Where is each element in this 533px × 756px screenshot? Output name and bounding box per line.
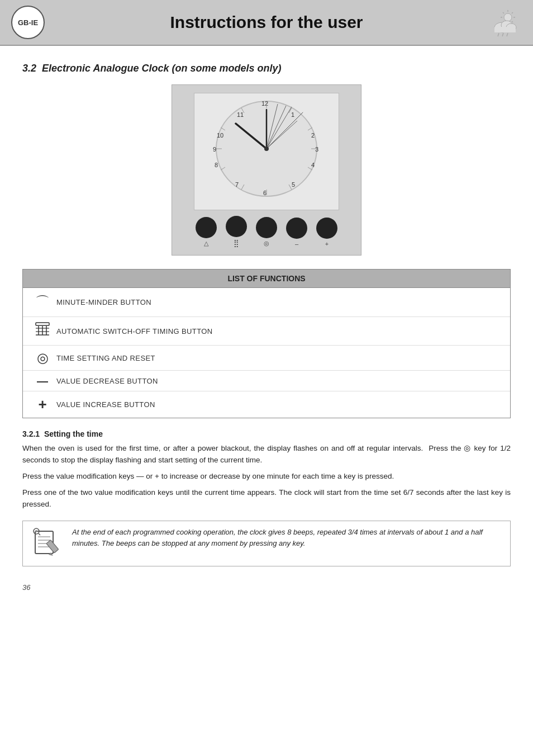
svg-point-0 <box>504 13 512 21</box>
time-setting-icon: ◎ <box>28 350 56 366</box>
btn2-label: ⣿ <box>234 239 239 247</box>
btn5-label: + <box>325 240 329 247</box>
clock-image-area: 12 1 2 3 4 5 6 7 8 9 10 11 <box>22 84 511 256</box>
function-row-4: — VALUE DECREASE BUTTON <box>23 371 510 391</box>
auto-switch-off-icon <box>28 322 56 341</box>
btn-group-5: + <box>316 218 337 247</box>
svg-line-6 <box>512 21 513 22</box>
svg-rect-49 <box>36 323 49 325</box>
section-title: Electronic Analogue Clock (on some model… <box>42 63 281 74</box>
function-row-2: AUTOMATIC SWITCH-OFF TIMING BUTTON <box>23 317 510 346</box>
svg-rect-12 <box>494 27 516 32</box>
note-text: At the end of each programmed cooking op… <box>72 527 502 549</box>
body-text-2: Press the value modification keys — or +… <box>22 471 511 483</box>
svg-text:3: 3 <box>315 146 318 153</box>
svg-point-64 <box>35 530 37 532</box>
svg-text:11: 11 <box>237 111 244 118</box>
increase-btn <box>316 218 337 239</box>
func-label-5: VALUE INCREASE BUTTON <box>56 400 155 409</box>
body-text-1: When the oven is used for the first time… <box>22 443 511 466</box>
btn-group-4: – <box>286 218 307 247</box>
value-decrease-icon: — <box>28 375 56 386</box>
btn-group-1: △ <box>196 217 217 247</box>
svg-text:7: 7 <box>235 181 239 188</box>
page-number: 36 <box>22 583 511 592</box>
clock-svg: 12 1 2 3 4 5 6 7 8 9 10 11 <box>205 96 328 207</box>
btn1-label: △ <box>204 240 208 247</box>
svg-line-15 <box>507 33 508 36</box>
btn3-label: ◎ <box>264 240 269 247</box>
section-heading: 3.2 Electronic Analogue Clock (on some m… <box>22 63 511 74</box>
page-header: GB-IE Instructions for the user <box>0 0 533 46</box>
function-row-1: ⌒ MINUTE-MINDER BUTTON <box>23 288 510 317</box>
btn-group-2: ⣿ <box>226 216 247 247</box>
minute-minder-icon: ⌒ <box>28 292 56 312</box>
value-increase-icon: + <box>28 396 56 413</box>
function-row-3: ◎ TIME SETTING AND RESET <box>23 346 510 371</box>
note-box: At the end of each programmed cooking op… <box>22 521 511 566</box>
main-content: 3.2 Electronic Analogue Clock (on some m… <box>0 46 533 614</box>
svg-text:1: 1 <box>291 111 294 118</box>
section-number: 3.2 <box>22 63 36 74</box>
svg-point-48 <box>264 147 269 151</box>
svg-text:4: 4 <box>311 162 315 168</box>
functions-table-header: LIST OF FUNCTIONS <box>23 270 510 288</box>
gb-ie-logo: GB-IE <box>11 6 45 39</box>
clock-controls-row: △ ⣿ ◎ – + <box>196 216 337 247</box>
svg-text:6: 6 <box>263 190 266 196</box>
svg-line-13 <box>498 33 499 36</box>
func-label-2: AUTOMATIC SWITCH-OFF TIMING BUTTON <box>56 327 213 336</box>
btn-group-3: ◎ <box>256 217 277 247</box>
svg-text:8: 8 <box>215 162 218 168</box>
svg-line-65 <box>39 533 40 535</box>
decrease-btn <box>286 218 307 239</box>
body-text-3: Press one of the two value modification … <box>22 487 511 511</box>
svg-text:2: 2 <box>311 132 315 139</box>
clock-face: 12 1 2 3 4 5 6 7 8 9 10 11 <box>194 93 339 210</box>
minute-minder-btn <box>196 217 217 238</box>
svg-text:9: 9 <box>213 146 216 153</box>
time-setting-btn <box>256 217 277 238</box>
func-label-1: MINUTE-MINDER BUTTON <box>56 298 151 306</box>
svg-line-5 <box>503 12 504 13</box>
svg-rect-61 <box>46 540 59 552</box>
svg-text:12: 12 <box>261 100 268 107</box>
auto-switch-btn <box>226 216 247 237</box>
svg-text:10: 10 <box>217 132 223 139</box>
clock-box: 12 1 2 3 4 5 6 7 8 9 10 11 <box>172 84 361 256</box>
svg-text:5: 5 <box>292 181 295 188</box>
header-icon <box>488 6 522 39</box>
func-label-4: VALUE DECREASE BUTTON <box>56 377 158 385</box>
note-icon <box>31 527 64 560</box>
page-title: Instructions for the user <box>45 13 488 32</box>
func-label-3: TIME SETTING AND RESET <box>56 354 155 362</box>
btn4-label: – <box>295 240 298 247</box>
functions-table: LIST OF FUNCTIONS ⌒ MINUTE-MINDER BUTTON… <box>22 269 511 418</box>
svg-line-14 <box>502 33 503 36</box>
function-row-5: + VALUE INCREASE BUTTON <box>23 391 510 418</box>
svg-line-7 <box>512 12 513 13</box>
subsection-title: 3.2.1 Setting the time <box>22 429 511 438</box>
